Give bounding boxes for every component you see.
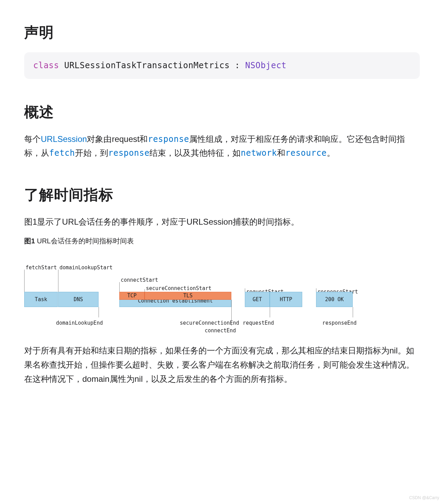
box-tcp: TCP [119, 292, 145, 300]
link-fetch[interactable]: fetch [49, 148, 75, 158]
timing-intro: 图1显示了URL会话任务的事件顺序，对应于URLSession捕获的时间指标。 [24, 215, 420, 229]
link-response-2[interactable]: response [108, 148, 150, 158]
box-http: HTTP [270, 292, 302, 307]
link-network[interactable]: network [241, 148, 277, 158]
overview-heading: 概述 [24, 100, 420, 124]
label-domainlookupend: domainLookupEnd [56, 319, 103, 328]
text: 。 [327, 148, 335, 158]
box-200ok: 200 OK [316, 292, 353, 307]
box-dns: DNS [58, 292, 99, 307]
tick [58, 270, 58, 292]
declaration-heading: 声明 [24, 20, 420, 45]
timeline-diagram: fetchStart domainLookupStart connectStar… [21, 254, 416, 333]
label-domainlookupstart: domainLookupStart [59, 263, 113, 272]
tick [270, 307, 270, 317]
box-get: GET [245, 292, 270, 307]
figure-label: 图1 [24, 237, 35, 245]
tick [24, 270, 25, 292]
tick [353, 307, 353, 317]
link-urlsession[interactable]: URLSession [41, 134, 87, 144]
text: 对象由request和 [87, 134, 148, 144]
label-connectend: connectEnd [205, 326, 236, 335]
figure-caption: 图1 URL会话任务的时间指标时间表 [24, 235, 420, 247]
colon: : [235, 61, 245, 70]
class-name: URLSessionTaskTransactionMetrics [59, 61, 235, 70]
figure-caption-text: URL会话任务的时间指标时间表 [35, 237, 134, 245]
link-resource[interactable]: resource [285, 148, 327, 158]
label-responseend: responseEnd [322, 319, 357, 328]
superclass: NSObject [245, 61, 287, 70]
declaration-code: class URLSessionTaskTransactionMetrics :… [24, 52, 420, 79]
text: 结束，以及其他特征，如 [149, 148, 241, 158]
tick [99, 307, 99, 317]
label-requestend: requestEnd [243, 319, 274, 328]
timing-heading: 了解时间指标 [24, 182, 420, 207]
box-task: Task [24, 292, 58, 307]
label-fetchstart: fetchStart [26, 263, 57, 272]
link-response[interactable]: response [148, 134, 189, 144]
tick [245, 288, 245, 292]
tick [231, 307, 232, 326]
timing-after-paragraph: 对于所有具有开始和结束日期的指标，如果任务的一个方面没有完成，那么其相应的结束日… [24, 344, 420, 386]
keyword-class: class [33, 61, 59, 70]
tick [119, 282, 120, 292]
overview-paragraph: 每个URLSession对象由request和response属性组成，对应于相… [24, 132, 420, 161]
text: 和 [277, 148, 285, 158]
label-connectstart: connectStart [121, 276, 158, 285]
text: 每个 [24, 134, 41, 144]
tick [316, 288, 316, 292]
text: 开始，到 [75, 148, 108, 158]
box-tls: TLS [145, 292, 231, 300]
tick [145, 289, 145, 292]
